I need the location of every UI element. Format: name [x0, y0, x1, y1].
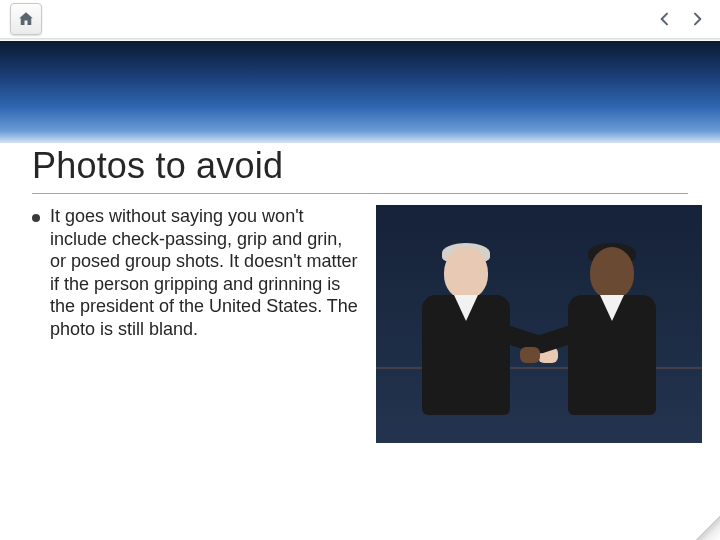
photo-person-left: [406, 229, 526, 429]
image-column: [376, 205, 702, 522]
title-wrap: Photos to avoid: [32, 145, 688, 194]
text-column: It goes without saying you won't include…: [32, 205, 362, 522]
bullet-item: It goes without saying you won't include…: [32, 205, 362, 340]
photo-person-right: [552, 229, 672, 429]
bullet-text: It goes without saying you won't include…: [50, 205, 362, 340]
slide-photo: [376, 205, 702, 443]
chevron-right-icon: [689, 11, 705, 27]
slide: Photos to avoid It goes without saying y…: [0, 0, 720, 540]
toolbar: [0, 0, 720, 38]
home-icon: [17, 10, 35, 28]
header-banner: [0, 41, 720, 143]
prev-button[interactable]: [652, 6, 678, 32]
home-button[interactable]: [10, 3, 42, 35]
nav-buttons: [652, 6, 710, 32]
slide-title: Photos to avoid: [32, 145, 688, 187]
chevron-left-icon: [657, 11, 673, 27]
page-curl-icon: [696, 516, 720, 540]
next-button[interactable]: [684, 6, 710, 32]
bullet-dot-icon: [32, 214, 40, 222]
content-row: It goes without saying you won't include…: [32, 205, 702, 522]
